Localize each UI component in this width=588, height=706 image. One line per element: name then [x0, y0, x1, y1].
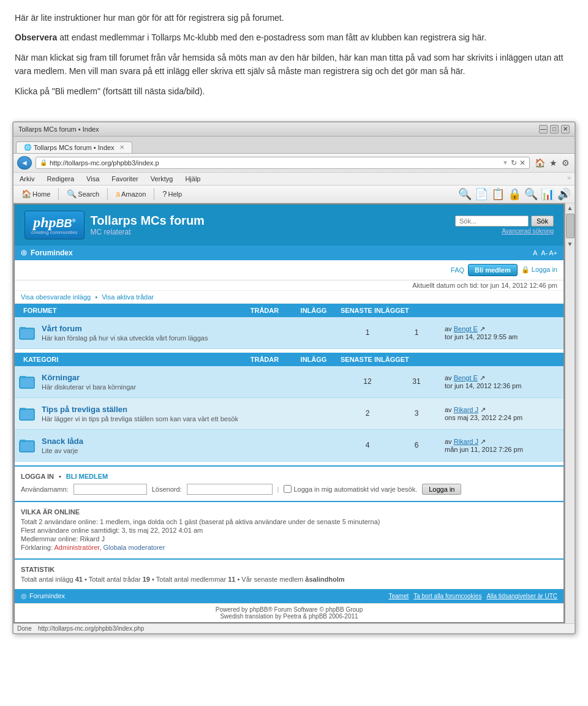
footer-bc-text[interactable]: Forumindex [29, 592, 65, 599]
font-size-ctrl: A A- A+ [533, 249, 557, 257]
search-button[interactable]: Sök [531, 216, 554, 227]
search-input[interactable] [455, 216, 529, 227]
close-button[interactable]: ✕ [561, 125, 570, 133]
breadcrumb-text[interactable]: Forumindex [31, 249, 73, 257]
scroll-thumb[interactable] [566, 214, 575, 238]
forum-folder-icon-s [15, 437, 39, 454]
scroll-bar[interactable]: ▲ ▼ [565, 203, 575, 623]
scroll-down-arrow[interactable]: ▼ [566, 239, 575, 249]
svg-rect-1 [20, 327, 26, 329]
auto-login-checkbox[interactable] [284, 485, 292, 493]
stop-icon[interactable]: ✕ [519, 159, 526, 167]
forum-name-korningar[interactable]: Körningar [42, 373, 80, 382]
last-author-link-t[interactable]: Rikard J [454, 406, 478, 413]
favorites-icon[interactable]: ★ [548, 157, 559, 169]
toolbar-amazon-btn[interactable]: a Amazon [111, 188, 150, 200]
refresh-icon[interactable]: ↻ [511, 159, 517, 167]
advanced-search-link[interactable]: Avancerad sökning [502, 228, 554, 235]
tab-close-icon[interactable]: ✕ [119, 144, 124, 151]
kategori-col-inlagg: INLÄGG [289, 356, 338, 363]
phpbb-header: phpBB® creating communities Tollarps MCs… [15, 205, 564, 246]
online-explanation: Förklaring: Administratörer, Globala mod… [21, 544, 557, 551]
forum-name-tips[interactable]: Tips på trevliga ställen [42, 405, 127, 414]
bli-medlem-button[interactable]: Bli medlem [468, 264, 518, 276]
maximize-button[interactable]: □ [550, 125, 559, 133]
footer-cookies-link[interactable]: Ta bort alla forumcookies [413, 593, 481, 599]
link-separator: • [95, 293, 97, 301]
members-online: Medlemmar online: Rikard J [21, 535, 557, 543]
intro-line4: Klicka på "Bli medlem" (fortsätt till nä… [15, 84, 573, 98]
font-smaller-icon[interactable]: A- [541, 249, 548, 257]
password-input[interactable] [187, 484, 273, 495]
toolbar-help-btn[interactable]: ? Help [158, 187, 186, 200]
footer-links: Teamet Ta bort alla forumcookies Alla ti… [388, 593, 557, 599]
faq-link[interactable]: FAQ [451, 266, 464, 274]
mod-color-label: Globala moderatorer [104, 544, 165, 551]
login-dot: • [59, 473, 61, 480]
minimize-button[interactable]: — [539, 125, 548, 133]
settings-nav-icon[interactable]: ⚙ [560, 157, 571, 169]
status-text: Done [17, 625, 32, 632]
password-label: Lösenord: [152, 486, 182, 493]
footer-utc-link[interactable]: Alla tidsangivelser är UTC [486, 593, 557, 599]
svg-rect-4 [20, 409, 34, 420]
browser-tabs: 🌐 Tollarps MCs forum • Index ✕ [13, 137, 575, 154]
action-bar: FAQ Bli medlem 🔒 Logga in [15, 260, 564, 280]
forum-inner: phpBB® creating communities Tollarps MCs… [15, 205, 564, 622]
home-nav-icon[interactable]: 🏠 [533, 157, 546, 169]
home-icon: 🏠 [21, 189, 31, 198]
menu-hjalp[interactable]: Hjälp [183, 174, 203, 184]
menu-favoriter[interactable]: Favoriter [109, 174, 140, 184]
forum-tradar-s: 4 [343, 438, 392, 452]
menu-redigera[interactable]: Redigera [44, 174, 77, 184]
address-dropdown-icon[interactable]: ▼ [502, 159, 508, 166]
back-button[interactable]: ◄ [17, 156, 32, 170]
font-larger-icon[interactable]: A+ [549, 249, 557, 257]
menu-verktyg[interactable]: Verktyg [148, 174, 176, 184]
menu-visa[interactable]: Visa [84, 174, 102, 184]
forum-last-time-s: mån jun 11, 2012 7:26 pm [445, 446, 523, 453]
breadcrumb-home-icon: ◎ [21, 249, 27, 257]
username-input[interactable] [74, 484, 147, 495]
logga-in-button[interactable]: Logga in [422, 484, 461, 495]
address-text: http://tollarps-mc.org/phpbb3/index.p [50, 159, 500, 167]
forumet-header: FORUMET TRÅDAR INLÄGG SENASTE INLÄGGET [15, 304, 564, 317]
last-author-link-1[interactable]: Bengt E [454, 325, 478, 332]
forum-last-by-t: av Rikard J ↗ [445, 406, 486, 413]
forum-inlagg-s: 6 [392, 438, 441, 452]
aktiva-link[interactable]: Visa aktiva trådar [102, 293, 154, 301]
forum-name-vart-forum[interactable]: Vårt forum [42, 324, 82, 333]
powered-line2: Swedish translation by Peetra & phpBB 20… [17, 613, 561, 620]
toolbar-home-btn[interactable]: 🏠 Home [17, 187, 55, 200]
font-size-label: A [533, 249, 537, 257]
menu-arkiv[interactable]: Arkiv [17, 174, 37, 184]
address-bar[interactable]: 🔒 http://tollarps-mc.org/phpbb3/index.p … [36, 157, 530, 169]
footer-teamet-link[interactable]: Teamet [388, 593, 409, 599]
scroll-up-arrow[interactable]: ▲ [566, 203, 575, 212]
auto-login-label: Logga in mig automatiskt vid varje besök… [284, 485, 417, 493]
login-title: LOGGA IN [21, 473, 54, 480]
window-title: Tollarps MCs forum • Index [18, 126, 99, 133]
kategori-col-tradar: TRÅDAR [240, 356, 289, 363]
online-section: VILKA ÄR ONLINE Totalt 2 användare onlin… [15, 501, 564, 558]
forumet-col-senaste: SENASTE INLÄGGET [338, 307, 557, 314]
toolbar-search-btn[interactable]: 🔍 Search [62, 187, 104, 200]
forum-info-vart-forum: Vårt forum Här kan förslag på hur vi ska… [39, 320, 343, 345]
browser-tab-active[interactable]: 🌐 Tollarps MCs forum • Index ✕ [16, 141, 132, 153]
menu-bar: Arkiv Redigera Visa Favoriter Verktyg Hj… [13, 173, 575, 186]
forum-name-snack[interactable]: Snack låda [42, 437, 83, 446]
forum-desc-snack: Lite av varje [42, 447, 341, 454]
search-icon: 🔍 [67, 189, 77, 198]
last-author-link-k[interactable]: Bengt E [454, 374, 478, 381]
svg-rect-0 [20, 328, 34, 339]
logga-in-link[interactable]: 🔒 Logga in [521, 266, 557, 274]
forum-subtitle: MC relaterat [91, 228, 205, 236]
last-author-link-s[interactable]: Rikard J [454, 438, 478, 445]
forum-last-by-k: av Bengt E ↗ [445, 374, 485, 381]
browser-scroll-area: phpBB® creating communities Tollarps MCs… [13, 203, 575, 623]
bli-header-link[interactable]: BLI MEDLEM [66, 473, 108, 480]
obesvarade-link[interactable]: Visa obesvarade inlägg [21, 293, 91, 301]
toolbar-separator [58, 188, 59, 200]
login-section: LOGGA IN • BLI MEDLEM Användarnamn: Löse… [15, 465, 564, 501]
checkbox-separator: | [277, 486, 279, 493]
